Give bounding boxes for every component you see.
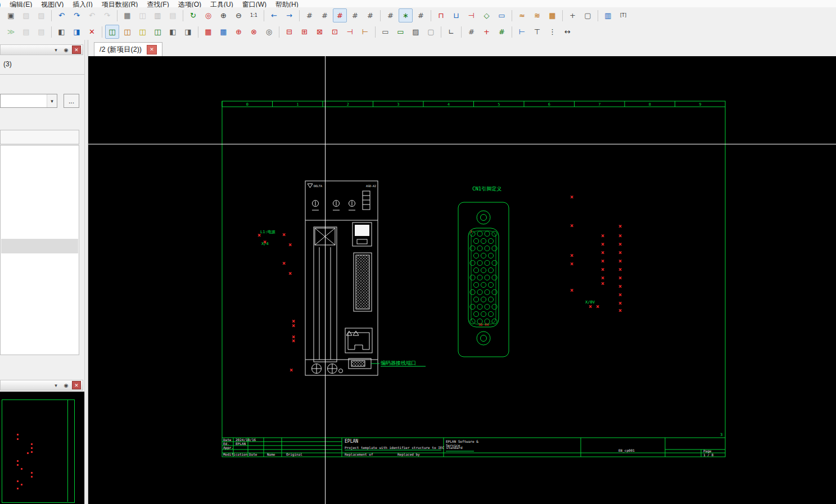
next-page-icon[interactable]: ◨: [181, 25, 195, 39]
toolbar-separator: [299, 10, 300, 21]
terminal-strip-icon[interactable]: ⊞: [297, 25, 311, 39]
hatched-area-icon[interactable]: ▨: [409, 25, 423, 39]
undo-icon[interactable]: ↶: [55, 8, 69, 22]
grid-snap-b-icon[interactable]: +: [480, 25, 494, 39]
zoom-100-icon[interactable]: 1:1: [247, 8, 261, 22]
graphical-preview[interactable]: [0, 392, 84, 504]
panel-close-icon[interactable]: ✕: [72, 381, 81, 389]
interruption-navigator-icon[interactable]: ⊣: [343, 25, 357, 39]
view-back-icon[interactable]: ←: [267, 8, 281, 22]
page-tab[interactable]: /2 (新项目(2)) ✕: [94, 42, 162, 56]
filter-count-label: (3): [3, 60, 12, 68]
macro-select-icon[interactable]: ◎: [262, 25, 276, 39]
preview-mark: [17, 480, 19, 482]
connector-pin: [492, 289, 497, 294]
page-navigator-icon[interactable]: ◫: [105, 25, 119, 39]
signal-table-icon[interactable]: ▦: [545, 8, 559, 22]
sidebar-splitter[interactable]: [84, 40, 88, 504]
placement-point-icon[interactable]: +: [566, 8, 580, 22]
filter-combobox[interactable]: ▾: [0, 94, 57, 108]
zoom-in-icon[interactable]: ⊕: [216, 8, 231, 22]
placement-frame-icon[interactable]: ▢: [581, 8, 595, 22]
window-cascade-icon: ◫: [135, 8, 150, 22]
signal-waves-icon[interactable]: ≋: [530, 8, 544, 22]
delete-item-icon[interactable]: ✕: [85, 25, 99, 39]
tab-close-icon[interactable]: ✕: [147, 45, 157, 55]
preview-mark: [31, 476, 33, 478]
connection-symbol-icon[interactable]: ◇: [480, 8, 494, 22]
format-brush-icon: ▨: [19, 8, 33, 22]
terminal-navigator-icon[interactable]: ⊟: [282, 25, 296, 39]
connector-pin: [492, 246, 497, 251]
measure-icon[interactable]: ↔: [561, 25, 575, 39]
insert-text-icon[interactable]: [T]: [616, 8, 630, 22]
insert-window-icon[interactable]: ▦: [120, 8, 134, 22]
potential-navigator-icon[interactable]: ⊢: [358, 25, 372, 39]
browse-button[interactable]: ...: [64, 94, 79, 108]
paste-previous-icon[interactable]: ◧: [55, 25, 69, 39]
grid-2-icon[interactable]: #: [318, 8, 332, 22]
pin-last-label: 30 44: [478, 323, 489, 326]
tb-ed-value: EPLAN: [236, 442, 246, 446]
schematic-canvas[interactable]: 0123456789: [88, 56, 836, 504]
new-page-icon[interactable]: ◫: [120, 25, 134, 39]
page-macro-icon[interactable]: ◫: [135, 25, 150, 39]
title-block: Date 2024/10/16 Ed. EPLAN Appr. Modifica…: [223, 433, 722, 457]
paste-next-icon[interactable]: ◨: [70, 25, 84, 39]
signal-wave-icon[interactable]: ≈: [515, 8, 529, 22]
zoom-out-icon[interactable]: ⊖: [232, 8, 246, 22]
device-navigator-icon[interactable]: ▦: [201, 25, 215, 39]
navigator-group-header[interactable]: [0, 130, 79, 144]
bom-navigator-icon[interactable]: ▦: [216, 25, 231, 39]
snap-to-grid-icon[interactable]: ∗: [399, 8, 413, 22]
chevron-down-icon[interactable]: ▾: [47, 94, 57, 107]
grid-3-icon[interactable]: #: [333, 8, 347, 22]
panel-close-icon[interactable]: ✕: [72, 46, 81, 54]
grid-snap-a-icon[interactable]: #: [464, 25, 478, 39]
selected-list-row[interactable]: [1, 239, 78, 253]
grid-display-icon[interactable]: #: [383, 8, 397, 22]
preview-mark: [17, 464, 19, 466]
redo-icon[interactable]: ↷: [70, 8, 84, 22]
assign-properties-icon: ▤: [34, 25, 48, 39]
cable-navigator-icon[interactable]: ⊠: [313, 25, 327, 39]
previous-page-icon[interactable]: ◧: [166, 25, 180, 39]
preview-mark: [17, 438, 19, 440]
grid-1-icon[interactable]: #: [302, 8, 317, 22]
object-snap-icon[interactable]: #: [414, 8, 428, 22]
align-left-icon[interactable]: ⊢: [515, 25, 529, 39]
panel-collapse-icon[interactable]: ▾: [52, 382, 60, 389]
view-forward-icon[interactable]: →: [282, 8, 296, 22]
page-properties-icon[interactable]: ◫: [151, 25, 165, 39]
frame-column-number: 2: [347, 102, 349, 107]
grid-4-icon[interactable]: #: [348, 8, 362, 22]
scheme-select-icon[interactable]: ▥: [601, 8, 615, 22]
grid-5-icon[interactable]: #: [363, 8, 377, 22]
panel-pin-icon[interactable]: ◉: [62, 46, 70, 54]
dashed-frame-icon[interactable]: ▢: [424, 25, 438, 39]
navigator-tree-list[interactable]: [0, 145, 79, 355]
black-box-icon[interactable]: ▭: [378, 25, 392, 39]
align-top-icon[interactable]: ⊤: [530, 25, 544, 39]
grid-snap-c-icon[interactable]: #: [495, 25, 509, 39]
structure-box-icon[interactable]: ▭: [394, 25, 408, 39]
connector-pin: [492, 231, 497, 236]
selection-window-icon[interactable]: ▣: [4, 8, 18, 22]
redraw-icon[interactable]: ↻: [186, 8, 200, 22]
distribute-icon[interactable]: ⋮: [545, 25, 559, 39]
device-select-icon[interactable]: ⊗: [247, 25, 261, 39]
angle-tool-icon[interactable]: ∟: [444, 25, 458, 39]
interrupt-point-icon[interactable]: ⊣: [464, 8, 478, 22]
panel-collapse-icon[interactable]: ▾: [52, 46, 60, 54]
panel-pin-icon[interactable]: ◉: [62, 382, 70, 389]
logic-connection-2-icon[interactable]: ⊔: [449, 8, 463, 22]
page-tab-label: /2 (新项目(2)): [100, 45, 142, 55]
plc-navigator-icon[interactable]: ⊡: [328, 25, 342, 39]
symbol-select-icon[interactable]: ⊕: [232, 25, 246, 39]
connector-pin: [477, 246, 482, 251]
editor-area: /2 (新项目(2)) ✕ 0123456789: [88, 40, 836, 504]
plc-monitor-icon[interactable]: ▭: [495, 8, 509, 22]
frame-row-marker: 3: [720, 433, 722, 437]
logic-connection-icon[interactable]: ⊓: [434, 8, 448, 22]
zoom-window-icon[interactable]: ◎: [201, 8, 215, 22]
